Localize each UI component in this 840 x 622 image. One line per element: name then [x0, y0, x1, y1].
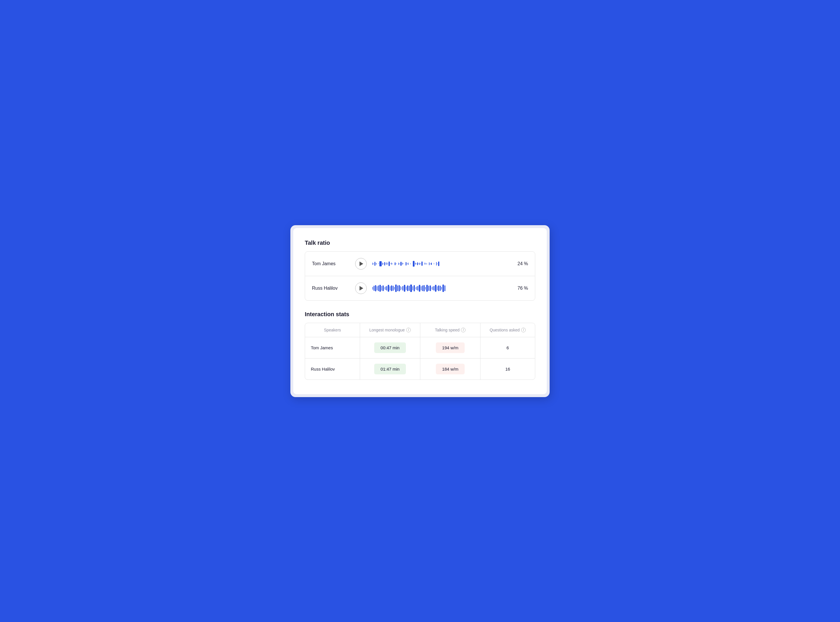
- waveform-bar: [393, 286, 394, 291]
- waveform-bar: [421, 286, 422, 290]
- waveform-bar: [388, 285, 389, 292]
- tom-percentage: 24 %: [512, 261, 528, 266]
- info-icon-monologue: i: [406, 328, 411, 332]
- waveform-bar: [374, 262, 375, 266]
- waveform-bar: [414, 285, 415, 291]
- russ-percentage: 76 %: [512, 286, 528, 291]
- stats-speed-tom: 194 w/m: [420, 337, 480, 358]
- waveform-bar: [436, 262, 437, 265]
- waveform-bar: [437, 286, 438, 290]
- col-header-speakers: Speakers: [305, 323, 360, 337]
- waveform-bar: [399, 285, 400, 291]
- talk-ratio-row-russ: Russ Halilov 76 %: [305, 276, 535, 300]
- waveform-bar: [429, 262, 429, 265]
- waveform-bar: [400, 262, 402, 266]
- waveform-bar: [395, 262, 396, 265]
- play-icon-tom: [359, 261, 363, 266]
- waveform-bar: [394, 287, 395, 290]
- waveform-bar: [390, 263, 391, 264]
- waveform-bar: [419, 285, 420, 292]
- stats-questions-tom: 6: [480, 337, 535, 358]
- stats-row-russ: Russ Halilov 01:47 min 184 w/m 16: [305, 358, 535, 380]
- waveform-bar: [386, 286, 387, 291]
- waveform-bar: [426, 285, 428, 292]
- play-button-tom[interactable]: [355, 258, 367, 270]
- waveform-bar: [379, 261, 382, 266]
- info-icon-questions: i: [521, 328, 526, 332]
- waveform-bar: [385, 287, 386, 290]
- waveform-bar: [428, 286, 429, 291]
- waveform-bar: [418, 263, 419, 264]
- waveform-bar: [374, 286, 374, 291]
- waveform-bar: [425, 263, 425, 265]
- speed-badge-tom: 194 w/m: [436, 342, 465, 353]
- waveform-tom: [373, 259, 506, 268]
- waveform-bar: [402, 286, 403, 291]
- waveform-bar: [416, 287, 417, 290]
- tom-james-label: Tom James: [312, 261, 350, 266]
- waveform-bar: [386, 263, 386, 264]
- waveform-bar: [423, 285, 425, 291]
- waveform-bar: [382, 263, 383, 265]
- outer-container: Talk ratio Tom James 24 % Russ Halilov 7…: [290, 225, 550, 397]
- col-header-longest-monologue: Longest monologue i: [360, 323, 420, 337]
- waveform-bar: [407, 285, 408, 291]
- waveform-bar: [435, 285, 437, 292]
- speed-badge-russ: 184 w/m: [436, 364, 465, 374]
- stats-row-tom: Tom James 00:47 min 194 w/m 6: [305, 337, 535, 358]
- waveform-bar: [402, 263, 403, 265]
- info-icon-speed: i: [461, 328, 466, 332]
- waveform-bar: [391, 263, 392, 265]
- waveform-bar: [415, 263, 416, 265]
- waveform-bar: [400, 286, 401, 290]
- monologue-badge-tom: 00:47 min: [374, 342, 406, 353]
- waveform-bar: [412, 286, 413, 290]
- waveform-bar: [409, 286, 409, 291]
- waveform-bar: [379, 263, 379, 264]
- waveform-bar: [386, 262, 387, 265]
- waveform-bar: [395, 285, 397, 292]
- waveform-bar: [384, 262, 385, 265]
- talk-ratio-card: Tom James 24 % Russ Halilov 76 %: [305, 252, 535, 300]
- waveform-bar: [408, 263, 408, 265]
- stats-questions-russ: 16: [480, 358, 535, 380]
- waveform-bar: [443, 285, 444, 292]
- waveform-bar: [431, 263, 432, 265]
- waveform-bar: [389, 261, 390, 266]
- waveform-bar: [425, 287, 426, 290]
- waveform-bar: [441, 287, 442, 290]
- waveform-bar: [434, 286, 434, 291]
- waveform-russ: [373, 284, 506, 293]
- waveform-bar: [383, 263, 384, 264]
- waveform-bar: [415, 287, 416, 290]
- col-header-talking-speed: Talking speed i: [420, 323, 480, 337]
- waveform-bar: [404, 285, 405, 292]
- waveform-bar: [419, 263, 420, 265]
- waveform-bar: [426, 263, 426, 264]
- stats-speaker-russ: Russ Halilov: [305, 358, 360, 380]
- waveform-bar: [376, 263, 377, 265]
- talk-ratio-title: Talk ratio: [305, 239, 535, 246]
- waveform-bar: [377, 286, 377, 290]
- stats-table: Speakers Longest monologue i Talking spe…: [305, 323, 535, 380]
- waveform-bar: [382, 286, 382, 291]
- waveform-bar: [397, 285, 398, 291]
- waveform-bar: [391, 285, 392, 291]
- col-header-questions-asked: Questions asked i: [480, 323, 535, 337]
- waveform-bar: [422, 285, 423, 291]
- waveform-bar: [437, 263, 438, 264]
- waveform-bar: [383, 285, 384, 291]
- talk-ratio-row-tom: Tom James 24 %: [305, 252, 535, 276]
- stats-monologue-russ: 01:47 min: [360, 358, 420, 380]
- waveform-bar: [422, 261, 423, 266]
- waveform-bar: [444, 285, 445, 291]
- waveform-bar: [384, 287, 385, 290]
- waveform-bar: [432, 287, 433, 290]
- waveform-bar: [399, 263, 399, 265]
- waveform-bar: [440, 286, 441, 291]
- play-icon-russ: [359, 286, 363, 291]
- waveform-bar: [413, 261, 414, 267]
- play-button-russ[interactable]: [355, 282, 367, 294]
- waveform-bar: [402, 287, 402, 290]
- waveform-bar: [438, 261, 439, 266]
